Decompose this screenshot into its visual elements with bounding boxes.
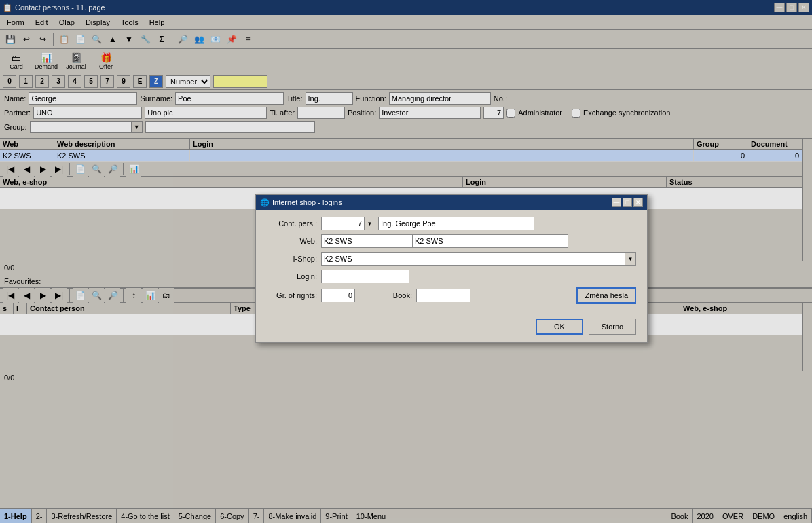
- cont-pers-input[interactable]: [321, 217, 365, 230]
- web-input[interactable]: [321, 234, 420, 248]
- dialog-minimize[interactable]: —: [612, 198, 621, 207]
- login-label: Login:: [267, 272, 321, 281]
- cont-pers-dropdown[interactable]: ▼: [365, 217, 375, 230]
- dialog-icon: 🌐: [260, 198, 270, 207]
- dialog-ok-button[interactable]: OK: [536, 319, 583, 335]
- book-label: Book:: [362, 291, 416, 300]
- dialog-cancel-button[interactable]: Storno: [589, 319, 636, 335]
- book-input[interactable]: [416, 289, 470, 302]
- cont-pers-name-input[interactable]: [378, 217, 534, 230]
- change-password-button[interactable]: Změna hesla: [576, 287, 636, 304]
- dialog-close[interactable]: ✕: [633, 198, 643, 207]
- ishop-input[interactable]: [321, 252, 625, 266]
- dialog-maximize[interactable]: □: [623, 198, 632, 207]
- login-dialog: 🌐 Internet shop - logins — □ ✕ Cont. per…: [255, 194, 648, 343]
- login-input[interactable]: [321, 270, 409, 283]
- dialog-title-text: Internet shop - logins: [272, 198, 342, 206]
- gr-rights-input[interactable]: [321, 289, 355, 302]
- dialog-title-bar: 🌐 Internet shop - logins — □ ✕: [256, 195, 647, 210]
- ishop-dropdown[interactable]: ▼: [625, 252, 636, 266]
- web-desc-input[interactable]: [412, 234, 568, 248]
- web-label: Web:: [267, 237, 321, 245]
- cont-pers-label: Cont. pers.:: [267, 219, 321, 228]
- gr-rights-label: Gr. of rights:: [267, 291, 321, 300]
- ishop-label: I-Shop:: [267, 255, 321, 263]
